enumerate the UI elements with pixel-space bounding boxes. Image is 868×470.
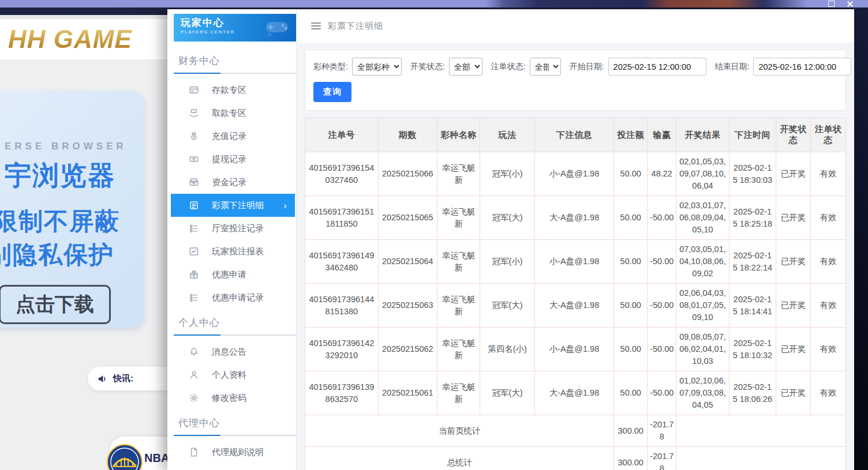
sidebar-header: 玩家中心 PLAYERS CENTER	[174, 14, 296, 42]
table-cell: 大-A盘@1.98	[534, 196, 614, 240]
browser-promo-banner[interactable]: ERSE BROWSER 宇浏览器 限制不屏蔽 别隐私保护 点击下载	[0, 91, 144, 328]
table-cell: 有效	[811, 196, 846, 240]
table-cell: 冠军(小)	[480, 152, 534, 196]
sidebar-item-hall-bet-records[interactable]: 厅室投注记录	[171, 217, 295, 240]
gift-icon	[189, 269, 199, 280]
table-cell: 小-A盘@1.98	[534, 152, 614, 196]
table-cell: 401569173961511811850	[305, 196, 379, 240]
table-cell: 50.00	[614, 371, 648, 415]
start-date-input[interactable]	[608, 58, 706, 76]
sidebar-item-agent-team-stats[interactable]: 代理团队统计	[171, 464, 295, 470]
sidebar-item-agent-rules[interactable]: 代理规则说明	[171, 441, 295, 464]
file-icon	[189, 447, 199, 457]
sidebar-item-withdraw-records[interactable]: 提现记录	[171, 148, 295, 171]
site-header: HH GAME	[0, 19, 167, 59]
table-cell: 50.00	[614, 284, 648, 328]
sidebar-item-label: 厅室投注记录	[212, 223, 264, 234]
table-cell: 20250215061	[378, 371, 437, 415]
table-cell: -50.00	[648, 371, 676, 415]
column-header: 期数	[378, 118, 437, 152]
table-cell: 已开奖	[776, 284, 811, 328]
sidebar-item-withdraw-zone[interactable]: 取款专区	[171, 101, 295, 125]
table-summary-row: 总统计300.00-201.78	[305, 447, 846, 470]
table-cell: 02,01,05,03,09,07,08,10,06,04	[676, 152, 729, 196]
table-cell: 冠军(大)	[480, 284, 534, 328]
sidebar-item-lottery-bet-details[interactable]: 彩票下注明细›	[171, 194, 295, 217]
download-button[interactable]: 点击下载	[0, 285, 111, 324]
sidebar-section-label: 个人中心	[167, 309, 296, 330]
doc-icon	[189, 200, 199, 210]
table-cell: 20250215062	[378, 328, 437, 371]
table-cell: 有效	[811, 152, 846, 196]
summary-empty	[676, 447, 846, 470]
sidebar-item-label: 充值记录	[212, 131, 246, 142]
end-date-input[interactable]	[753, 58, 851, 76]
table-cell: 20250215064	[378, 240, 437, 284]
table-cell: -50.00	[648, 284, 676, 328]
lottery-type-select[interactable]: 全部彩种	[352, 58, 402, 76]
nba-label: NBA	[144, 452, 169, 465]
column-header: 开奖结果	[676, 118, 729, 152]
table-cell: 07,03,05,01,04,10,08,06,09,02	[676, 240, 729, 284]
menu-toggle-icon[interactable]	[311, 22, 321, 29]
lottery-type-label: 彩种类型:	[313, 62, 348, 72]
table-cell: 02,03,01,07,06,08,09,04,05,10	[676, 196, 729, 240]
main-content: 彩票下注明细 彩种类型: 全部彩种 开奖状态: 全部 注单状态: 全部	[297, 9, 854, 470]
table-cell: 2025-02-15 18:30:03	[729, 152, 776, 196]
sidebar-item-player-bet-report[interactable]: 玩家投注报表	[171, 240, 295, 263]
end-date-label: 结束日期:	[715, 62, 750, 72]
window-close-button[interactable]	[847, 1, 853, 7]
table-cell: 401569173961398632570	[305, 371, 379, 415]
table-row: 40156917396151181185020250215065幸运飞艇新冠军(…	[305, 196, 846, 240]
column-header: 下注信息	[534, 118, 614, 152]
table-cell: 09,08,05,07,06,02,04,01,10,03	[676, 328, 729, 371]
table-cell: -50.00	[648, 196, 676, 240]
sidebar-item-messages[interactable]: 消息公告	[171, 340, 295, 363]
table-cell: 2025-02-15 18:14:41	[729, 284, 776, 328]
funds-icon	[189, 177, 199, 187]
column-header: 注单号	[305, 118, 379, 152]
sidebar-item-funds-records[interactable]: 资金记录	[171, 171, 295, 194]
chevron-right-icon: ›	[283, 201, 295, 210]
promo-tagline-1: 限制不屏蔽	[0, 205, 144, 238]
sidebar-item-label: 玩家投注报表	[212, 246, 264, 257]
sidebar-item-profile[interactable]: 个人资料	[171, 363, 295, 386]
sidebar-item-promo-apply-records[interactable]: 优惠申请记录	[171, 286, 295, 309]
table-cell: 401569173961423292010	[305, 328, 379, 371]
column-header: 玩法	[480, 118, 534, 152]
table-cell: 幸运飞艇新	[437, 284, 480, 328]
draw-status-select[interactable]: 全部	[449, 58, 482, 76]
search-button[interactable]: 查询	[313, 82, 351, 102]
table-cell: 冠军(大)	[480, 371, 534, 415]
sidebar: 玩家中心 PLAYERS CENTER 财务中心存款专区取款专区充值记录提现记录…	[167, 9, 297, 470]
table-cell: 2025-02-15 18:06:26	[729, 371, 776, 415]
sidebar-item-promo-apply[interactable]: 优惠申请	[171, 263, 295, 286]
sidebar-item-label: 优惠申请	[212, 269, 246, 280]
start-date-label: 开始日期:	[570, 62, 604, 72]
column-header: 输赢	[648, 118, 676, 152]
sidebar-item-label: 消息公告	[212, 347, 246, 358]
summary-bet-total: 300.00	[614, 447, 648, 470]
table-row: 40156917396149346248020250215064幸运飞艇新冠军(…	[305, 240, 846, 284]
table-cell: 已开奖	[776, 371, 811, 415]
user-icon	[189, 370, 199, 380]
section-divider	[174, 334, 296, 336]
table-cell: 50.00	[614, 240, 648, 284]
sidebar-item-change-password[interactable]: 修改密码	[171, 386, 295, 409]
table-cell: 01,02,10,06,07,09,03,08,04,05	[676, 371, 729, 415]
window-maximize-button[interactable]	[828, 1, 835, 7]
sidebar-item-label: 存款专区	[212, 85, 246, 96]
order-status-select[interactable]: 全部	[530, 58, 561, 76]
sidebar-item-label: 彩票下注明细	[212, 200, 264, 211]
table-summary-row: 当前页统计300.00-201.78	[305, 415, 846, 447]
gear-icon	[189, 393, 199, 403]
table-cell: 幸运飞艇新	[437, 196, 480, 240]
table-cell: 有效	[811, 284, 846, 328]
summary-label: 当前页统计	[305, 415, 614, 447]
sidebar-item-recharge-records[interactable]: 充值记录	[171, 125, 295, 148]
table-cell: 有效	[811, 240, 846, 284]
column-header: 投注额	[614, 118, 648, 152]
summary-win-total: -201.78	[648, 415, 676, 447]
sidebar-item-deposit-zone[interactable]: 存款专区	[171, 78, 295, 101]
table-cell: 50.00	[614, 152, 648, 196]
